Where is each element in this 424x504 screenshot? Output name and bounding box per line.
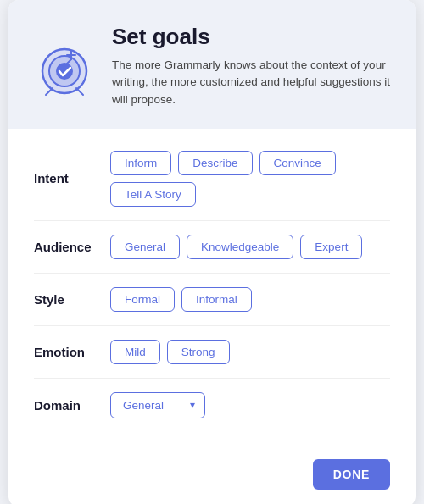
header-section: Set goals The more Grammarly knows about… xyxy=(8,0,416,129)
style-formal-button[interactable]: Formal xyxy=(110,287,175,312)
svg-line-8 xyxy=(46,88,53,95)
footer: DONE xyxy=(8,449,416,504)
done-button[interactable]: DONE xyxy=(313,459,390,490)
intent-label: Intent xyxy=(34,171,110,186)
audience-general-button[interactable]: General xyxy=(110,235,180,259)
emotion-label: Emotion xyxy=(34,345,110,359)
audience-expert-button[interactable]: Expert xyxy=(300,235,362,259)
audience-buttons: General Knowledgeable Expert xyxy=(110,235,362,259)
intent-describe-button[interactable]: Describe xyxy=(178,151,252,175)
page-title: Set goals xyxy=(112,24,390,50)
intent-buttons: Inform Describe Convince Tell A Story xyxy=(110,151,390,207)
audience-row: Audience General Knowledgeable Expert xyxy=(34,221,390,274)
intent-convince-button[interactable]: Convince xyxy=(259,151,336,175)
emotion-buttons: Mild Strong xyxy=(110,340,230,364)
style-informal-button[interactable]: Informal xyxy=(181,287,252,312)
domain-select-wrapper: General Academic Business Technical Crea… xyxy=(110,392,205,418)
header-text: Set goals The more Grammarly knows about… xyxy=(112,24,390,108)
emotion-strong-button[interactable]: Strong xyxy=(167,340,230,364)
audience-label: Audience xyxy=(34,240,110,254)
set-goals-card: Set goals The more Grammarly knows about… xyxy=(8,0,416,504)
domain-row: Domain General Academic Business Technic… xyxy=(34,379,390,432)
page-description: The more Grammarly knows about the conte… xyxy=(112,57,390,108)
style-row: Style Formal Informal xyxy=(34,274,390,326)
emotion-row: Emotion Mild Strong xyxy=(34,326,390,379)
audience-knowledgeable-button[interactable]: Knowledgeable xyxy=(187,235,293,259)
style-label: Style xyxy=(34,292,110,307)
goals-content: Intent Inform Describe Convince Tell A S… xyxy=(8,129,416,449)
domain-label: Domain xyxy=(34,398,110,413)
domain-select[interactable]: General Academic Business Technical Crea… xyxy=(110,392,205,418)
target-icon xyxy=(34,36,95,97)
style-buttons: Formal Informal xyxy=(110,287,252,312)
intent-inform-button[interactable]: Inform xyxy=(110,151,171,175)
intent-row: Intent Inform Describe Convince Tell A S… xyxy=(34,137,390,221)
svg-line-9 xyxy=(76,88,83,95)
emotion-mild-button[interactable]: Mild xyxy=(110,340,160,364)
intent-tell-a-story-button[interactable]: Tell A Story xyxy=(110,182,196,207)
